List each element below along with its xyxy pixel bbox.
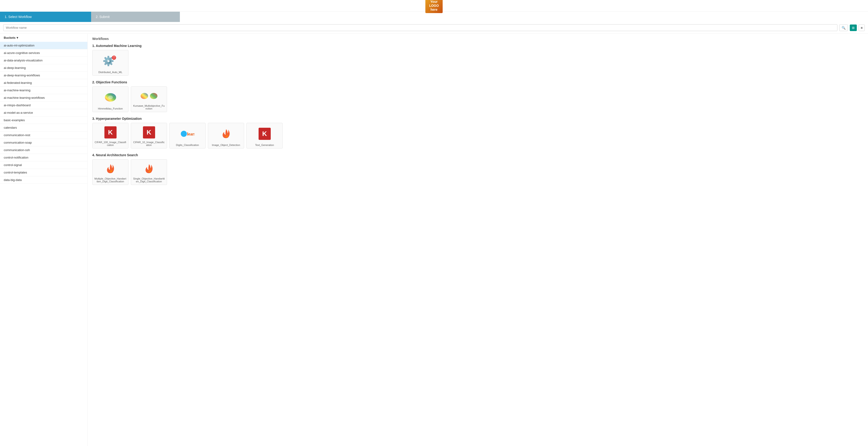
workflow-card[interactable]: KText_Generation [246,123,283,149]
content-area: Workflows 1. Automated Machine Learning⚙… [88,34,868,446]
search-bar-row: 🔍 ⊞ ≡ [0,22,868,34]
sidebar-item[interactable]: ai-azure-cognitive-services [0,49,87,57]
sidebar-item[interactable]: ai-deep-learning [0,64,87,72]
workflow-card[interactable]: Image_Object_Detection [208,123,244,149]
card-label: Himmelblau_Function [98,107,123,110]
workflow-card[interactable]: ⚙️⏱Distributed_Auto_ML [92,50,128,76]
svg-point-1 [108,96,113,99]
workflow-card[interactable]: KCIFAR_10_Image_Classification [131,123,167,149]
sidebar-item[interactable]: ai-model-as-a-service [0,109,87,117]
workflow-category: 2. Objective FunctionsHimmelblau_Functio… [92,80,863,112]
step-2[interactable]: 2. Submit [91,12,180,22]
card-label: CIFAR_10_Image_Classification [133,141,165,147]
workflow-sections: 1. Automated Machine Learning⚙️⏱Distribu… [92,44,863,185]
sidebar-item[interactable]: ai-auto-ml-optimization [0,42,87,49]
step-1[interactable]: 1. Select Workflow [0,12,91,22]
workflows-section-title: Workflows [92,37,863,41]
svg-point-3 [150,93,157,99]
workflow-cards-row: Multiple_Objective_Handwritten_Digit_Cla… [92,159,863,185]
workflow-cards-row: ⚙️⏱Distributed_Auto_ML [92,50,863,76]
sidebar: Buckets ▾ ai-auto-ml-optimizationai-azur… [0,34,88,446]
category-title: 1. Automated Machine Learning [92,44,863,47]
sidebar-item[interactable]: ai-mlops-dashboard [0,102,87,109]
list-view-button[interactable]: ≡ [859,25,865,31]
svg-point-4 [181,131,187,137]
sidebar-item[interactable]: ai-data-analysis-visualization [0,57,87,64]
svg-point-2 [141,93,148,99]
card-label: Image_Object_Detection [212,144,240,147]
sidebar-item[interactable]: communication-ssh [0,147,87,154]
workflow-card[interactable]: Kursawe_Multiobjective_Function [131,86,167,112]
sidebar-item[interactable]: control-signal [0,161,87,169]
workflow-card[interactable]: Single_Objective_Handwritten_Digit_Class… [131,159,167,185]
workflow-card[interactable]: KCIFAR_100_Image_Classification [92,123,128,149]
sidebar-item[interactable]: ai-deep-learning-workflows [0,72,87,79]
workflow-card[interactable]: learnDigits_Classification [169,123,206,149]
category-title: 2. Objective Functions [92,80,863,84]
sidebar-item[interactable]: ai-machine-learning-workflows [0,94,87,102]
workflow-card[interactable]: Multiple_Objective_Handwritten_Digit_Cla… [92,159,128,185]
chevron-down-icon: ▾ [17,36,18,39]
workflow-category: 1. Automated Machine Learning⚙️⏱Distribu… [92,44,863,76]
sidebar-item[interactable]: control-templates [0,169,87,176]
workflow-category: 4. Neural Architecture SearchMultiple_Ob… [92,153,863,185]
sidebar-items-list: ai-auto-ml-optimizationai-azure-cognitiv… [0,42,87,184]
category-title: 4. Neural Architecture Search [92,153,863,157]
workflow-category: 3. Hyperparameter OptimizationKCIFAR_100… [92,117,863,149]
buckets-header[interactable]: Buckets ▾ [0,34,87,42]
card-label: Kursawe_Multiobjective_Function [133,104,165,110]
grid-view-button[interactable]: ⊞ [850,25,857,31]
logo: Your LOGO here [425,0,442,13]
card-label: Text_Generation [255,144,274,147]
workflow-cards-row: Himmelblau_FunctionKursawe_Multiobjectiv… [92,86,863,112]
workflow-cards-row: KCIFAR_100_Image_ClassificationKCIFAR_10… [92,123,863,149]
sidebar-item[interactable]: basic-examples [0,117,87,124]
sidebar-item[interactable]: data-big-data [0,176,87,184]
sidebar-item[interactable]: ai-federated-learning [0,79,87,87]
sidebar-item[interactable]: calendars [0,124,87,131]
card-label: Digits_Classification [176,144,199,147]
sidebar-item[interactable]: ai-machine-learning [0,87,87,94]
sidebar-item[interactable]: communication-rest [0,131,87,139]
search-input[interactable] [3,24,837,31]
category-title: 3. Hyperparameter Optimization [92,117,863,121]
sidebar-item[interactable]: control-notification [0,154,87,161]
search-button[interactable]: 🔍 [839,25,848,31]
card-label: Single_Objective_Handwritten_Digit_Class… [133,177,165,183]
svg-text:learn: learn [187,132,194,136]
sidebar-item[interactable]: communication-soap [0,139,87,147]
card-label: CIFAR_100_Image_Classification [94,141,126,147]
stepper: 1. Select Workflow 2. Submit [0,12,868,22]
workflow-card[interactable]: Himmelblau_Function [92,86,128,112]
card-label: Multiple_Objective_Handwritten_Digit_Cla… [94,177,126,183]
header: Your LOGO here [0,0,868,12]
card-label: Distributed_Auto_ML [98,71,122,73]
main-layout: Buckets ▾ ai-auto-ml-optimizationai-azur… [0,34,868,446]
